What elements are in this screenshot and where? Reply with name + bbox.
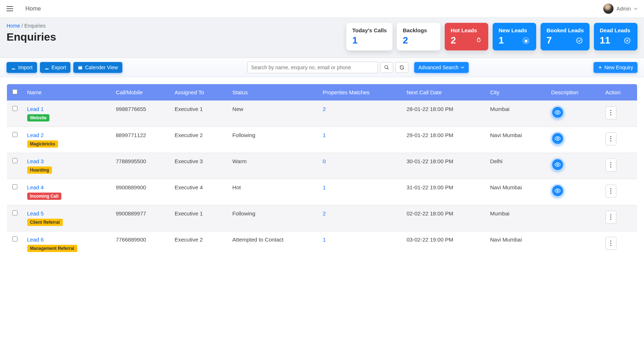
stat-dead-leads[interactable]: Dead Leads 11 (594, 23, 637, 50)
search-input[interactable] (247, 62, 378, 73)
matches-link[interactable]: 2 (323, 106, 326, 112)
topbar: Home Admin (0, 0, 644, 18)
col-city[interactable]: City (486, 84, 547, 101)
cell-status: New (228, 101, 318, 127)
lead-link[interactable]: Lead 6 (27, 236, 107, 243)
fire-icon (474, 36, 482, 45)
matches-link[interactable]: 0 (323, 158, 326, 164)
export-label: Export (52, 65, 66, 70)
cell-next-call: 28-01-22 18:00 PM (402, 101, 486, 127)
stat-new-leads[interactable]: New Leads 1 N (493, 23, 536, 50)
row-checkbox[interactable] (12, 158, 17, 163)
view-description-button[interactable] (551, 132, 564, 145)
source-badge: Client Referral (27, 219, 63, 226)
view-description-button[interactable] (551, 184, 564, 197)
row-actions-button[interactable] (606, 237, 616, 250)
plus-icon (598, 65, 602, 70)
user-menu[interactable]: Admin (603, 4, 637, 14)
col-checkbox (7, 84, 23, 101)
calendar-label: Calender View (85, 65, 118, 70)
col-status[interactable]: Status (228, 84, 318, 101)
upload-icon (44, 65, 49, 70)
stat-booked-leads[interactable]: Booked Leads 7 (541, 23, 590, 50)
col-next-call[interactable]: Next Call Date (402, 84, 486, 101)
page-title: Enquiries (7, 31, 56, 43)
check-circle-icon (575, 36, 584, 45)
export-button[interactable]: Export (40, 62, 70, 73)
cell-status: Hot (228, 179, 318, 205)
view-description-button[interactable] (551, 158, 564, 171)
new-enquiry-button[interactable]: New Enquiry (594, 62, 637, 73)
cell-city: Mumbai (486, 205, 547, 231)
matches-link[interactable]: 1 (323, 132, 326, 138)
source-badge: Magicbricks (27, 140, 58, 148)
cell-assigned: Executive 2 (170, 127, 228, 153)
cell-assigned: Executive 3 (170, 153, 228, 179)
cell-mobile: 8899771122 (111, 127, 170, 153)
view-description-button[interactable] (551, 106, 564, 119)
row-actions-button[interactable] (606, 211, 616, 224)
lead-link[interactable]: Lead 2 (27, 132, 107, 138)
svg-point-9 (557, 190, 559, 192)
source-badge: Hoarding (27, 166, 52, 174)
cell-next-call: 02-02-22 18:00 PM (402, 205, 486, 231)
cell-next-call: 03-02-22 19:00 PM (402, 231, 486, 257)
matches-link[interactable]: 1 (323, 236, 326, 243)
cell-description (547, 101, 601, 127)
svg-rect-4 (78, 66, 82, 69)
row-actions-button[interactable] (606, 185, 616, 198)
breadcrumb-home[interactable]: Home (7, 23, 20, 29)
cell-mobile: 9900889977 (111, 205, 170, 231)
cell-city: Navi Mumbai (486, 127, 547, 153)
x-circle-icon (623, 36, 632, 45)
search-button[interactable] (380, 62, 393, 73)
cell-description (547, 153, 601, 179)
stat-title: Booked Leads (546, 27, 584, 33)
stat-backlogs[interactable]: Backlogs 2 (397, 23, 440, 50)
cell-assigned: Executive 1 (170, 101, 228, 127)
enquiries-table: Name Call/Mobile Assigned To Status Prop… (7, 84, 637, 257)
row-checkbox[interactable] (12, 184, 17, 189)
refresh-button[interactable] (395, 62, 408, 73)
col-action[interactable]: Action (601, 84, 637, 101)
row-actions-button[interactable] (606, 106, 616, 119)
lead-link[interactable]: Lead 3 (27, 158, 107, 164)
nav-home[interactable]: Home (25, 5, 41, 12)
import-button[interactable]: Import (7, 62, 37, 73)
matches-link[interactable]: 1 (323, 184, 326, 190)
calendar-view-button[interactable]: Calender View (73, 62, 122, 73)
cell-description (547, 231, 601, 257)
cell-mobile: 9900889900 (111, 179, 170, 205)
col-name[interactable]: Name (23, 84, 111, 101)
eye-icon (554, 109, 561, 116)
col-description[interactable]: Description (547, 84, 601, 101)
advanced-label: Advanced Search (419, 65, 459, 70)
row-actions-button[interactable] (606, 158, 616, 172)
row-checkbox[interactable] (12, 236, 17, 242)
svg-point-8 (557, 164, 559, 166)
lead-link[interactable]: Lead 4 (27, 184, 107, 190)
lead-link[interactable]: Lead 5 (27, 210, 107, 217)
stat-count: 11 (600, 35, 610, 46)
col-assigned[interactable]: Assigned To (170, 84, 228, 101)
lead-link[interactable]: Lead 1 (27, 106, 107, 112)
stat-title: Hot Leads (451, 27, 482, 33)
matches-link[interactable]: 2 (323, 210, 326, 217)
stat-count: 2 (403, 35, 408, 46)
stat-hot-leads[interactable]: Hot Leads 2 (445, 23, 488, 50)
row-checkbox[interactable] (12, 210, 17, 215)
cell-city: Delhi (486, 153, 547, 179)
stat-todays-calls[interactable]: Today's Calls 1 (346, 23, 392, 50)
col-properties[interactable]: Properties Matches (318, 84, 402, 101)
subheader: Home / Enquiries Enquiries Today's Calls… (0, 18, 644, 58)
search-wrap (247, 62, 408, 73)
svg-point-5 (384, 66, 387, 69)
row-checkbox[interactable] (12, 106, 17, 111)
col-mobile[interactable]: Call/Mobile (111, 84, 170, 101)
row-checkbox[interactable] (12, 132, 17, 137)
select-all-checkbox[interactable] (12, 89, 17, 94)
advanced-search-button[interactable]: Advanced Search (414, 62, 469, 73)
cell-assigned: Executive 4 (170, 179, 228, 205)
hamburger-icon[interactable] (7, 6, 13, 11)
row-actions-button[interactable] (606, 132, 616, 145)
